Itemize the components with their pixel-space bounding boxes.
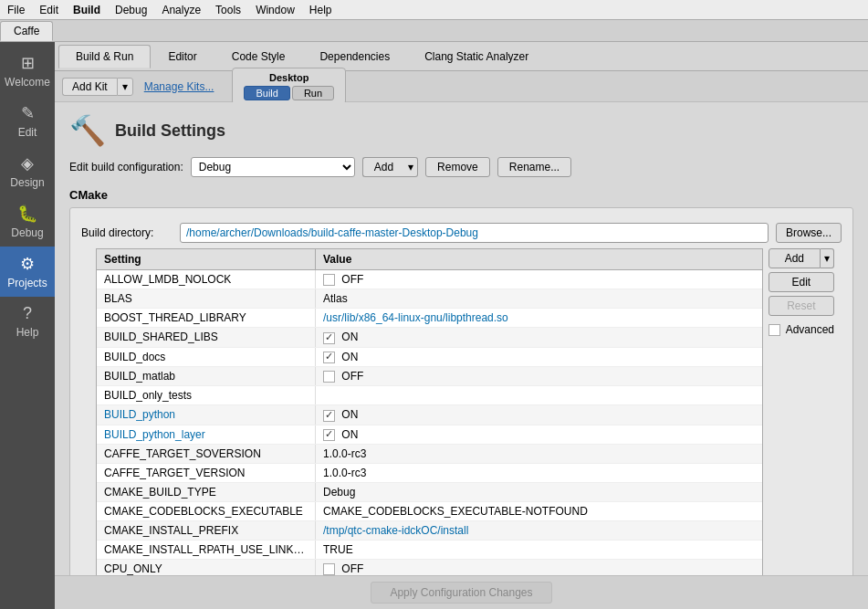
table-row[interactable]: CPU_ONLY OFF xyxy=(97,560,762,575)
setting-cell: BUILD_docs xyxy=(97,348,316,366)
setting-cell: CMAKE_CODEBLOCKS_EXECUTABLE xyxy=(97,502,316,520)
setting-cell: CMAKE_INSTALL_PREFIX xyxy=(97,521,316,540)
table-row[interactable]: BOOST_THREAD_LIBRARY/usr/lib/x86_64-linu… xyxy=(97,309,762,328)
sidebar-item-debug[interactable]: 🐛 Debug xyxy=(0,196,55,247)
value-cell: CMAKE_CODEBLOCKS_EXECUTABLE-NOTFOUND xyxy=(316,502,762,520)
advanced-row: Advanced xyxy=(769,323,834,336)
build-dir-input[interactable] xyxy=(180,223,769,243)
setting-cell: CMAKE_BUILD_TYPE xyxy=(97,483,316,501)
sidebar-item-welcome[interactable]: ⊞ Welcome xyxy=(0,46,55,96)
menu-build[interactable]: Build xyxy=(66,2,108,18)
project-tab-bar: Caffe xyxy=(0,20,868,42)
add-row-button[interactable]: Add xyxy=(769,248,821,268)
advanced-checkbox[interactable] xyxy=(769,324,780,336)
build-dir-label: Build directory: xyxy=(81,226,173,239)
add-kit-button[interactable]: Add Kit xyxy=(62,78,117,96)
header-value: Value xyxy=(316,249,762,269)
welcome-icon: ⊞ xyxy=(21,53,35,73)
tab-editor[interactable]: Editor xyxy=(151,45,214,68)
menu-tools[interactable]: Tools xyxy=(208,2,248,18)
table-row[interactable]: BUILD_python ON xyxy=(97,405,762,425)
value-cell: /usr/lib/x86_64-linux-gnu/libpthread.so xyxy=(316,309,762,327)
remove-config-button[interactable]: Remove xyxy=(425,157,490,177)
tab-clang-static[interactable]: Clang Static Analyzer xyxy=(407,45,546,68)
value-cell xyxy=(316,386,762,404)
desktop-tab-run[interactable]: Run xyxy=(292,86,334,100)
reset-row-button[interactable]: Reset xyxy=(769,296,834,316)
table-row[interactable]: CAFFE_TARGET_SOVERSION1.0.0-rc3 xyxy=(97,445,762,464)
table-row[interactable]: CMAKE_INSTALL_PREFIX/tmp/qtc-cmake-idckO… xyxy=(97,521,762,541)
kit-bar: Add Kit ▾ Manage Kits... Desktop Build R… xyxy=(55,71,868,102)
table-row[interactable]: BUILD_SHARED_LIBS ON xyxy=(97,328,762,347)
main-layout: ⊞ Welcome ✎ Edit ◈ Design 🐛 Debug ⚙ Proj… xyxy=(0,42,868,609)
sidebar: ⊞ Welcome ✎ Edit ◈ Design 🐛 Debug ⚙ Proj… xyxy=(0,42,55,609)
settings-table: Setting Value ALLOW_LMDB_NOLOCK OFFBLASA… xyxy=(96,248,763,575)
table-row[interactable]: BUILD_docs ON xyxy=(97,348,762,367)
build-settings-title: Build Settings xyxy=(115,121,225,141)
tab-build-run[interactable]: Build & Run xyxy=(58,45,151,68)
menu-debug[interactable]: Debug xyxy=(108,2,154,18)
value-cell: 1.0.0-rc3 xyxy=(316,445,762,463)
table-wrapper: Setting Value ALLOW_LMDB_NOLOCK OFFBLASA… xyxy=(96,248,842,575)
tab-code-style[interactable]: Code Style xyxy=(214,45,303,68)
add-config-dropdown-button[interactable]: ▾ xyxy=(404,157,418,177)
table-row[interactable]: CAFFE_TARGET_VERSION1.0.0-rc3 xyxy=(97,464,762,483)
checkbox-on-icon xyxy=(323,429,335,441)
desktop-widget-title: Desktop xyxy=(269,72,309,83)
setting-cell: BUILD_python_layer xyxy=(97,425,316,444)
add-config-button[interactable]: Add xyxy=(362,157,404,177)
setting-cell: CAFFE_TARGET_VERSION xyxy=(97,464,316,482)
edit-row-button[interactable]: Edit xyxy=(769,272,834,292)
table-body[interactable]: ALLOW_LMDB_NOLOCK OFFBLASAtlasBOOST_THRE… xyxy=(97,270,762,575)
sidebar-label-projects: Projects xyxy=(7,277,47,289)
table-row[interactable]: CMAKE_INSTALL_RPATH_USE_LINK_PATHTRUE xyxy=(97,541,762,560)
table-row[interactable]: CMAKE_BUILD_TYPEDebug xyxy=(97,483,762,502)
table-row[interactable]: BUILD_only_tests xyxy=(97,386,762,405)
sidebar-label-welcome: Welcome xyxy=(5,76,50,89)
value-cell: Atlas xyxy=(316,289,762,308)
add-row-dropdown-button[interactable]: ▾ xyxy=(821,248,834,268)
manage-kits-link[interactable]: Manage Kits... xyxy=(139,79,220,95)
desktop-tab-build[interactable]: Build xyxy=(244,86,289,100)
tab-dependencies[interactable]: Dependencies xyxy=(302,45,407,68)
table-row[interactable]: ALLOW_LMDB_NOLOCK OFF xyxy=(97,270,762,289)
rename-config-button[interactable]: Rename... xyxy=(497,157,571,177)
table-buttons: Add ▾ Edit Reset Advanced xyxy=(769,248,834,575)
sidebar-item-design[interactable]: ◈ Design xyxy=(0,146,55,196)
table-row[interactable]: BUILD_matlab OFF xyxy=(97,367,762,386)
design-icon: ◈ xyxy=(21,153,34,173)
menu-edit[interactable]: Edit xyxy=(32,2,66,18)
setting-cell: CPU_ONLY xyxy=(97,560,316,575)
config-select[interactable]: Debug xyxy=(191,157,355,177)
browse-button[interactable]: Browse... xyxy=(776,223,842,243)
desktop-widget: Desktop Build Run xyxy=(232,68,346,105)
table-row[interactable]: BUILD_python_layer ON xyxy=(97,425,762,445)
menu-analyze[interactable]: Analyze xyxy=(154,2,208,18)
table-row[interactable]: CMAKE_CODEBLOCKS_EXECUTABLECMAKE_CODEBLO… xyxy=(97,502,762,521)
value-cell: ON xyxy=(316,405,762,424)
value-cell: OFF xyxy=(316,367,762,385)
sidebar-item-projects[interactable]: ⚙ Projects xyxy=(0,247,55,297)
add-kit-label: Add Kit xyxy=(72,80,108,93)
table-header: Setting Value xyxy=(97,249,762,270)
help-icon: ? xyxy=(23,304,32,323)
add-kit-dropdown-button[interactable]: ▾ xyxy=(117,78,133,96)
checkbox-on-icon xyxy=(323,410,335,422)
checkbox-on-icon xyxy=(323,332,335,344)
cmake-title: CMake xyxy=(69,188,853,202)
sidebar-item-edit[interactable]: ✎ Edit xyxy=(0,96,55,146)
value-cell: /tmp/qtc-cmake-idckOC/install xyxy=(316,521,762,540)
debug-icon: 🐛 xyxy=(17,204,37,224)
apply-config-button[interactable]: Apply Configuration Changes xyxy=(371,582,551,604)
project-tab-caffe[interactable]: Caffe xyxy=(0,21,53,41)
value-cell: TRUE xyxy=(316,541,762,559)
checkbox-on-icon xyxy=(323,352,335,363)
menu-file[interactable]: File xyxy=(0,2,32,18)
menu-window[interactable]: Window xyxy=(248,2,302,18)
table-row[interactable]: BLASAtlas xyxy=(97,289,762,309)
sidebar-label-edit: Edit xyxy=(18,126,37,139)
sidebar-item-help[interactable]: ? Help xyxy=(0,297,55,346)
advanced-label: Advanced xyxy=(786,323,834,336)
value-cell: ON xyxy=(316,328,762,346)
menu-help[interactable]: Help xyxy=(302,2,340,18)
